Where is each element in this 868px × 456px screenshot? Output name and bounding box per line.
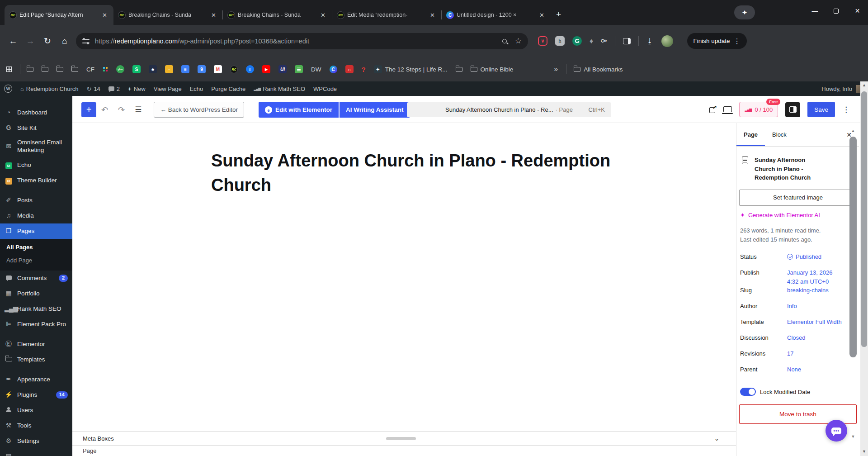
comments-menu[interactable]: 2 (104, 81, 124, 96)
back-to-wp-editor-button[interactable]: ← Back to WordPress Editor (154, 102, 244, 118)
bookmark-slack[interactable] (103, 66, 108, 72)
bookmark-folder[interactable] (57, 67, 63, 72)
panel-scrollbar[interactable]: ▲ ▼ (849, 128, 857, 441)
sidebar-item-dashboard[interactable]: ◔Dashboard (0, 105, 72, 120)
bookmark-facebook[interactable]: f (246, 65, 254, 73)
home-button[interactable]: ⌂ (56, 36, 73, 46)
browser-tab-4[interactable]: RC Edit Media “redemption- ✕ (332, 5, 441, 25)
pocket-extension-icon[interactable]: ∨ (538, 36, 547, 46)
parent-value[interactable]: None (787, 365, 844, 374)
bookmark-canva[interactable]: C (330, 66, 337, 73)
page-scrollbar[interactable]: ▲ ▼ (860, 81, 868, 456)
sidebar-item-appearance[interactable]: ✒Appearance (0, 372, 72, 387)
template-value[interactable]: Elementor Full Width (787, 318, 844, 327)
tab-close-icon[interactable]: ✕ (319, 11, 327, 19)
browser-menu-icon[interactable]: ⋮ (730, 37, 744, 45)
wp-logo-menu[interactable]: W (0, 81, 16, 96)
undo-button[interactable]: ↶ (96, 105, 113, 115)
browser-tab-1[interactable]: RC Edit Page “Sunday Aftern ✕ (5, 5, 113, 25)
chevron-down-icon[interactable]: ⌄ (714, 435, 719, 442)
sidebar-item-users[interactable]: Users (0, 403, 72, 418)
scrollbar-thumb[interactable] (861, 91, 867, 347)
meta-boxes-bar[interactable]: Meta Boxes ⌄ (72, 431, 736, 446)
site-info-icon[interactable] (82, 38, 90, 44)
view-page-menu[interactable]: View Page (150, 81, 186, 96)
downloads-icon[interactable]: ⭳ (646, 37, 654, 45)
tab-block[interactable]: Block (765, 123, 794, 146)
sidebar-item-portfolio[interactable]: ▦Portfolio (0, 286, 72, 301)
reload-button[interactable]: ↻ (39, 36, 56, 46)
bookmarks-overflow[interactable]: » (554, 65, 558, 73)
browser-tab-3[interactable]: RC Breaking Chains - Sunda ✕ (223, 5, 332, 25)
bookmark-online-bible[interactable]: Online Bible (471, 66, 514, 73)
sidebar-item-pages[interactable]: ❐Pages (0, 223, 72, 239)
bookmark-folder[interactable] (42, 67, 48, 72)
all-bookmarks[interactable]: All Bookmarks (574, 66, 623, 73)
author-value[interactable]: Info (787, 302, 844, 311)
bookmark-gmail[interactable]: M (214, 65, 222, 73)
sidebar-item-echo[interactable]: UIEcho (0, 157, 72, 173)
list-view-button[interactable]: ☰ (130, 105, 146, 114)
bookmark-rc[interactable]: RC (230, 66, 238, 73)
new-content-menu[interactable]: +New (124, 81, 150, 96)
scroll-up-icon[interactable]: ▲ (860, 83, 868, 87)
bookmark-calendar[interactable]: 9 (198, 65, 206, 73)
breadcrumb[interactable]: Page (83, 447, 96, 454)
bookmark-subsplash[interactable]: S (132, 65, 141, 73)
extensions-puzzle-icon[interactable]: ⚩ (601, 37, 607, 45)
slug-value[interactable]: breaking-chains (787, 286, 844, 295)
wpcode-menu[interactable]: WPCode (309, 81, 341, 96)
sidebar-item-site-kit[interactable]: GSite Kit (0, 120, 72, 136)
site-name-menu[interactable]: ⌂Redemption Church (16, 81, 82, 96)
sidebar-item-theme-builder[interactable]: UITheme Builder (0, 173, 72, 188)
bookmark-tree[interactable]: ♣ (149, 65, 157, 73)
bookmark-youtube[interactable]: ▶ (262, 65, 270, 73)
back-button[interactable]: ← (5, 36, 22, 46)
post-title[interactable]: Sunday Afternoon Church in Plano - Redem… (211, 149, 618, 198)
close-button[interactable]: ✕ (847, 0, 868, 22)
tab-close-icon[interactable]: ✕ (100, 11, 109, 19)
browser-tab-5[interactable]: C Untitled design - 1200 × ✕ (442, 5, 551, 25)
bookmark-cf[interactable]: CF (86, 66, 94, 73)
sidebar-item-media[interactable]: ♫Media (0, 208, 72, 223)
minimize-button[interactable]: — (804, 0, 826, 22)
bookmark-docs[interactable]: ≡ (181, 65, 189, 73)
bookmark-ui[interactable]: UI (278, 65, 287, 73)
sidebar-item-tools[interactable]: ⚒Tools (0, 418, 72, 433)
sidebar-item-settings[interactable]: ⚙Settings (0, 433, 72, 449)
sidebar-item-templates[interactable]: Templates (0, 352, 72, 367)
side-panel-icon[interactable] (623, 38, 631, 44)
tab-page[interactable]: Page (736, 123, 765, 146)
tab-close-icon[interactable]: ✕ (428, 11, 437, 19)
submenu-all-pages[interactable]: All Pages (0, 241, 72, 254)
bookmark-apps-grid[interactable] (6, 66, 12, 72)
submenu-add-page[interactable]: Add Page (0, 254, 72, 267)
save-button[interactable]: Save (807, 102, 835, 117)
block-inserter-button[interactable]: + (81, 102, 96, 117)
resize-handle[interactable] (386, 437, 416, 440)
zoom-out-icon[interactable] (502, 39, 507, 43)
sidebar-item-elementor[interactable]: ⒺElementor (0, 337, 72, 352)
tab-close-icon[interactable]: ✕ (538, 11, 546, 19)
bookmark-list[interactable]: ☰ (295, 65, 303, 73)
rank-math-score-button[interactable]: ▂▄▆ 0 / 100 Free (739, 102, 778, 117)
rank-math-menu[interactable]: ▂▄▆Rank Math SEO (250, 81, 309, 96)
ai-writing-assistant-button[interactable]: AI Writing Assistant (340, 102, 410, 118)
settings-panel-toggle[interactable] (785, 102, 800, 117)
bookmark-bulb[interactable]: ◦ (165, 65, 173, 73)
sidebar-item-posts[interactable]: ✐Posts (0, 193, 72, 208)
bookmark-hook[interactable]: ? (362, 66, 366, 73)
bookmark-folder[interactable] (71, 67, 78, 72)
address-bar[interactable]: https://redemptionplano.com/wp-admin/pos… (76, 33, 528, 49)
scroll-up-icon[interactable]: ▲ (849, 128, 857, 133)
grammarly-extension-icon[interactable]: G (572, 36, 582, 46)
publish-date-value[interactable]: January 13, 2026 4:32 am UTC+0 (787, 268, 844, 286)
honey-extension-icon[interactable]: h (555, 36, 565, 46)
updates-menu[interactable]: ↻14 (82, 81, 104, 96)
bookmark-star-icon[interactable]: ☆ (515, 36, 522, 46)
sidebar-item-element-pack[interactable]: ⊫Element Pack Pro (0, 317, 72, 332)
command-palette[interactable]: Sunday Afternoon Church in Plano - Re...… (407, 102, 611, 117)
scrollbar-thumb[interactable] (849, 137, 857, 357)
profile-avatar[interactable] (661, 35, 673, 47)
scroll-down-icon[interactable]: ▼ (860, 449, 868, 454)
